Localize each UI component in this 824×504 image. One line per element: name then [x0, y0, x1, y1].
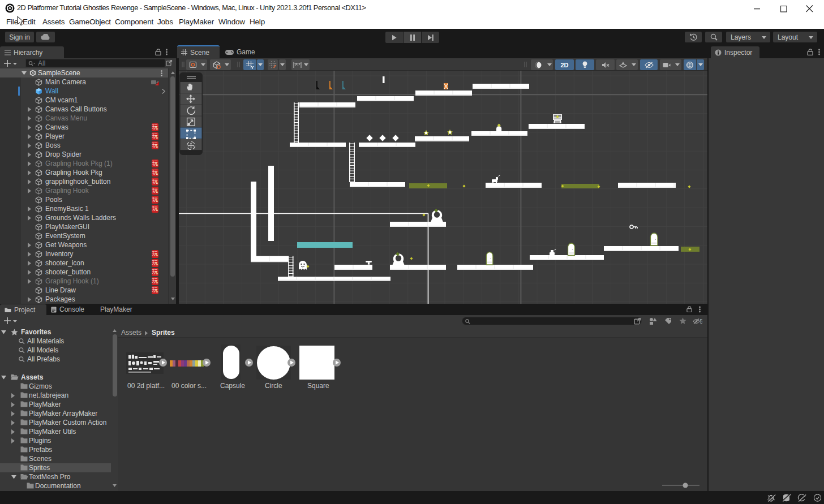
svg-text:5: 5: [700, 318, 703, 325]
